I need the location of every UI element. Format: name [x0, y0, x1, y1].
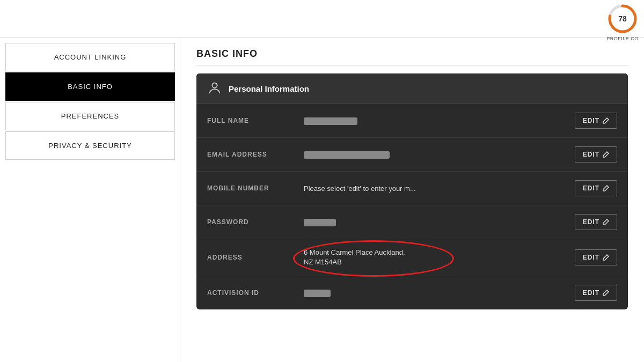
top-bar: 78 PROFILE CO — [0, 0, 644, 38]
blurred-full-name — [304, 117, 357, 125]
content-area: BASIC INFO Personal Information FULL NAM… — [180, 38, 644, 362]
value-address: 6 Mount Carmel Place Auckland,NZ M154AB — [304, 248, 575, 267]
edit-password-button[interactable]: EDIT — [575, 214, 617, 230]
edit-mobile-icon — [603, 185, 609, 191]
sidebar-item-basic-info[interactable]: BASIC INFO — [5, 72, 175, 101]
card-header: Personal Information — [196, 73, 628, 104]
edit-full-name-icon — [603, 117, 609, 124]
edit-email-label: EDIT — [583, 151, 599, 158]
completion-value: 78 — [618, 14, 627, 23]
value-mobile-number: Please select 'edit' to enter your m... — [304, 184, 575, 193]
edit-activision-button[interactable]: EDIT — [575, 285, 617, 301]
card-header-title: Personal Information — [229, 84, 309, 93]
label-activision-id: ACTIVISION ID — [207, 289, 304, 297]
label-full-name: FULL NAME — [207, 117, 304, 124]
label-password: PASSWORD — [207, 218, 304, 226]
value-password — [304, 218, 575, 226]
edit-full-name-label: EDIT — [583, 117, 599, 124]
address-value-wrapper: 6 Mount Carmel Place Auckland,NZ M154AB — [304, 248, 575, 267]
edit-mobile-button[interactable]: EDIT — [575, 180, 617, 196]
edit-activision-label: EDIT — [583, 289, 599, 297]
edit-email-button[interactable]: EDIT — [575, 146, 617, 162]
label-address: ADDRESS — [207, 254, 304, 261]
main-layout: ACCOUNT LINKING BASIC INFO PREFERENCES P… — [0, 38, 644, 362]
sidebar: ACCOUNT LINKING BASIC INFO PREFERENCES P… — [0, 38, 180, 362]
row-password: PASSWORD EDIT — [196, 205, 628, 239]
profile-completion-label: PROFILE CO — [606, 36, 639, 41]
row-activision-id: ACTIVISION ID EDIT — [196, 276, 628, 309]
blurred-email-address — [304, 151, 390, 159]
label-mobile-number: MOBILE NUMBER — [207, 184, 304, 192]
edit-address-button[interactable]: EDIT — [575, 249, 617, 265]
info-card: Personal Information FULL NAME EDIT EMAI… — [196, 73, 628, 309]
row-full-name: FULL NAME EDIT — [196, 104, 628, 138]
edit-full-name-button[interactable]: EDIT — [575, 113, 617, 129]
row-address: ADDRESS 6 Mount Carmel Place Auckland,NZ… — [196, 239, 628, 276]
sidebar-item-account-linking[interactable]: ACCOUNT LINKING — [5, 43, 175, 71]
blurred-password — [304, 219, 336, 226]
edit-password-icon — [603, 219, 609, 225]
row-email-address: EMAIL ADDRESS EDIT — [196, 138, 628, 172]
edit-password-label: EDIT — [583, 218, 599, 226]
value-full-name — [304, 116, 575, 125]
edit-mobile-label: EDIT — [583, 184, 599, 192]
sidebar-item-preferences[interactable]: PREFERENCES — [5, 102, 175, 130]
sidebar-item-privacy-security[interactable]: PRIVACY & SECURITY — [5, 131, 175, 160]
completion-circle: 78 — [606, 3, 639, 35]
section-title: BASIC INFO — [196, 48, 628, 65]
edit-address-label: EDIT — [583, 254, 599, 261]
profile-completion: 78 PROFILE CO — [606, 3, 639, 41]
edit-address-icon — [603, 254, 609, 261]
value-email-address — [304, 150, 575, 159]
person-icon — [207, 81, 222, 96]
label-email-address: EMAIL ADDRESS — [207, 151, 304, 158]
edit-activision-icon — [603, 290, 609, 296]
value-activision-id — [304, 289, 575, 298]
blurred-activision-id — [304, 290, 331, 297]
svg-point-2 — [212, 83, 217, 88]
row-mobile-number: MOBILE NUMBER Please select 'edit' to en… — [196, 172, 628, 205]
edit-email-icon — [603, 151, 609, 158]
